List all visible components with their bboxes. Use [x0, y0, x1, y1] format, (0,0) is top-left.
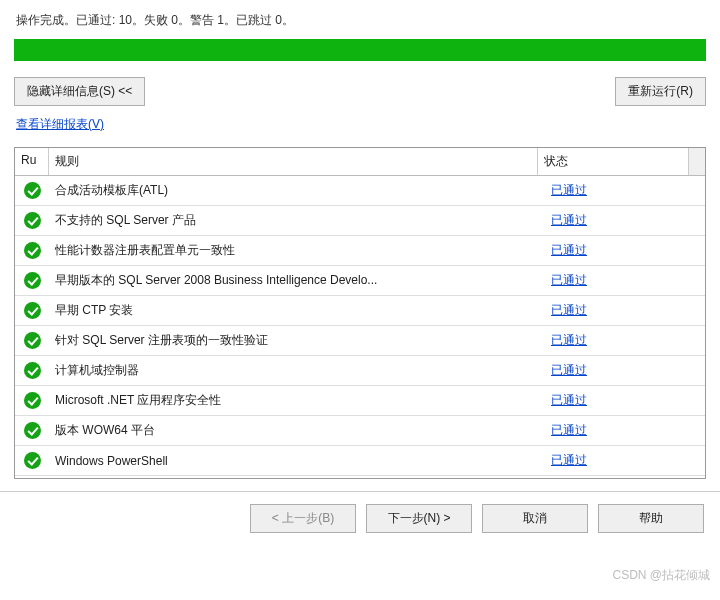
status-link[interactable]: 已通过: [551, 183, 587, 197]
status-link[interactable]: 已通过: [551, 303, 587, 317]
table-row[interactable]: 针对 SQL Server 注册表项的一致性验证已通过: [15, 326, 705, 356]
rule-cell: 针对 SQL Server 注册表项的一致性验证: [49, 332, 547, 349]
rules-table: Ru 规则 状态 合成活动模板库(ATL)已通过不支持的 SQL Server …: [14, 147, 706, 479]
col-header-status[interactable]: 状态: [538, 148, 688, 175]
rule-cell: 早期 CTP 安装: [49, 302, 547, 319]
table-header: Ru 规则 状态: [15, 148, 705, 176]
col-header-ru[interactable]: Ru: [15, 148, 49, 175]
status-cell: 已通过: [547, 302, 705, 319]
table-body[interactable]: 合成活动模板库(ATL)已通过不支持的 SQL Server 产品已通过性能计数…: [15, 176, 705, 478]
table-row[interactable]: Windows PowerShell已通过: [15, 446, 705, 476]
status-cell: 已通过: [547, 362, 705, 379]
pass-icon: [24, 242, 41, 259]
pass-icon: [24, 182, 41, 199]
pass-icon: [24, 392, 41, 409]
status-link[interactable]: 已通过: [551, 243, 587, 257]
table-row[interactable]: 计算机域控制器已通过: [15, 356, 705, 386]
pass-icon: [24, 362, 41, 379]
table-row[interactable]: 版本 WOW64 平台已通过: [15, 416, 705, 446]
rule-cell: 不支持的 SQL Server 产品: [49, 212, 547, 229]
pass-icon: [24, 302, 41, 319]
status-link[interactable]: 已通过: [551, 423, 587, 437]
pass-icon: [24, 272, 41, 289]
status-link[interactable]: 已通过: [551, 393, 587, 407]
watermark: CSDN @拈花倾城: [612, 567, 710, 584]
cancel-button[interactable]: 取消: [482, 504, 588, 533]
pass-icon: [24, 422, 41, 439]
pass-icon: [24, 332, 41, 349]
rule-cell: Microsoft .NET 应用程序安全性: [49, 392, 547, 409]
status-cell: 已通过: [547, 182, 705, 199]
rerun-button[interactable]: 重新运行(R): [615, 77, 706, 106]
rule-cell: 合成活动模板库(ATL): [49, 182, 547, 199]
rule-cell: 版本 WOW64 平台: [49, 422, 547, 439]
table-row[interactable]: 性能计数器注册表配置单元一致性已通过: [15, 236, 705, 266]
rule-cell: Windows PowerShell: [49, 454, 547, 468]
view-report-link[interactable]: 查看详细报表(V): [16, 117, 104, 131]
help-button[interactable]: 帮助: [598, 504, 704, 533]
status-link[interactable]: 已通过: [551, 213, 587, 227]
col-header-rule[interactable]: 规则: [49, 148, 538, 175]
next-button[interactable]: 下一步(N) >: [366, 504, 472, 533]
hide-details-button[interactable]: 隐藏详细信息(S) <<: [14, 77, 145, 106]
back-button[interactable]: < 上一步(B): [250, 504, 356, 533]
summary-text: 操作完成。已通过: 10。失败 0。警告 1。已跳过 0。: [16, 12, 706, 29]
status-cell: 已通过: [547, 242, 705, 259]
footer-buttons: < 上一步(B) 下一步(N) > 取消 帮助: [14, 492, 706, 533]
rule-cell: 计算机域控制器: [49, 362, 547, 379]
table-row[interactable]: 早期版本的 SQL Server 2008 Business Intellige…: [15, 266, 705, 296]
pass-icon: [24, 212, 41, 229]
table-row[interactable]: 早期 CTP 安装已通过: [15, 296, 705, 326]
status-link[interactable]: 已通过: [551, 273, 587, 287]
status-cell: 已通过: [547, 272, 705, 289]
table-row[interactable]: Microsoft .NET 应用程序安全性已通过: [15, 386, 705, 416]
status-cell: 已通过: [547, 422, 705, 439]
table-row[interactable]: Windows 防火墙警告: [15, 476, 705, 478]
rule-cell: 性能计数器注册表配置单元一致性: [49, 242, 547, 259]
status-link[interactable]: 已通过: [551, 363, 587, 377]
status-cell: 已通过: [547, 392, 705, 409]
status-link[interactable]: 已通过: [551, 333, 587, 347]
pass-icon: [24, 452, 41, 469]
status-link[interactable]: 已通过: [551, 453, 587, 467]
col-header-scroll: [688, 148, 705, 175]
table-row[interactable]: 不支持的 SQL Server 产品已通过: [15, 206, 705, 236]
status-cell: 已通过: [547, 332, 705, 349]
status-cell: 已通过: [547, 452, 705, 469]
status-cell: 已通过: [547, 212, 705, 229]
table-row[interactable]: 合成活动模板库(ATL)已通过: [15, 176, 705, 206]
progress-bar: [14, 39, 706, 61]
rule-cell: 早期版本的 SQL Server 2008 Business Intellige…: [49, 272, 547, 289]
